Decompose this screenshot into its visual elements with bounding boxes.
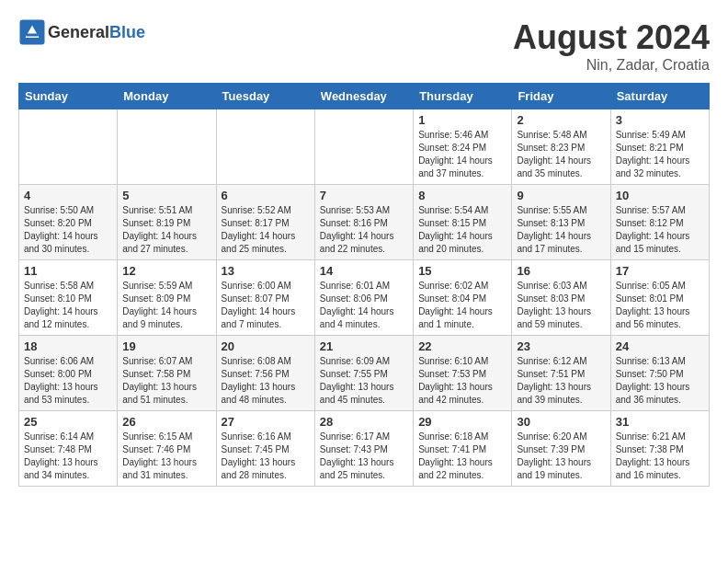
- calendar-cell: [118, 109, 216, 185]
- day-info: Sunrise: 5:49 AM Sunset: 8:21 PM Dayligh…: [616, 129, 704, 180]
- day-info: Sunrise: 6:01 AM Sunset: 8:06 PM Dayligh…: [320, 280, 408, 331]
- title-section: August 2024 Nin, Zadar, Croatia: [513, 18, 710, 74]
- day-info: Sunrise: 6:02 AM Sunset: 8:04 PM Dayligh…: [418, 280, 506, 331]
- page-header: GeneralBlue August 2024 Nin, Zadar, Croa…: [18, 18, 710, 74]
- day-number: 21: [320, 339, 408, 353]
- day-info: Sunrise: 5:59 AM Sunset: 8:09 PM Dayligh…: [122, 280, 210, 331]
- calendar-week-2: 4Sunrise: 5:50 AM Sunset: 8:20 PM Daylig…: [19, 185, 710, 260]
- day-info: Sunrise: 6:08 AM Sunset: 7:56 PM Dayligh…: [222, 355, 310, 407]
- day-number: 28: [320, 415, 408, 429]
- day-number: 25: [24, 415, 112, 429]
- logo: GeneralBlue: [18, 18, 145, 46]
- day-info: Sunrise: 6:10 AM Sunset: 7:53 PM Dayligh…: [418, 355, 506, 407]
- day-number: 24: [616, 339, 704, 353]
- day-number: 15: [418, 264, 506, 278]
- calendar-cell: 16Sunrise: 6:03 AM Sunset: 8:03 PM Dayli…: [512, 260, 610, 336]
- day-number: 27: [222, 415, 310, 429]
- day-number: 17: [616, 264, 704, 278]
- day-number: 7: [320, 189, 408, 202]
- calendar-cell: 22Sunrise: 6:10 AM Sunset: 7:53 PM Dayli…: [414, 336, 512, 411]
- day-number: 3: [616, 113, 704, 127]
- day-number: 13: [222, 264, 310, 278]
- calendar-cell: 30Sunrise: 6:20 AM Sunset: 7:39 PM Dayli…: [512, 411, 610, 487]
- calendar-cell: 11Sunrise: 5:58 AM Sunset: 8:10 PM Dayli…: [19, 260, 118, 336]
- day-info: Sunrise: 6:03 AM Sunset: 8:03 PM Dayligh…: [517, 280, 605, 331]
- calendar-header-row: SundayMondayTuesdayWednesdayThursdayFrid…: [19, 84, 710, 109]
- day-info: Sunrise: 5:53 AM Sunset: 8:16 PM Dayligh…: [320, 204, 408, 256]
- calendar-cell: [19, 109, 118, 185]
- day-info: Sunrise: 6:12 AM Sunset: 7:51 PM Dayligh…: [517, 355, 605, 407]
- month-year-title: August 2024: [513, 18, 710, 57]
- day-info: Sunrise: 5:51 AM Sunset: 8:19 PM Dayligh…: [122, 204, 210, 256]
- calendar-cell: 4Sunrise: 5:50 AM Sunset: 8:20 PM Daylig…: [19, 185, 118, 260]
- day-info: Sunrise: 5:46 AM Sunset: 8:24 PM Dayligh…: [418, 129, 506, 180]
- day-number: 2: [517, 113, 605, 127]
- calendar-cell: 31Sunrise: 6:21 AM Sunset: 7:38 PM Dayli…: [610, 411, 709, 487]
- calendar-cell: [314, 109, 413, 185]
- day-number: 1: [418, 113, 506, 127]
- day-number: 26: [122, 415, 210, 429]
- day-info: Sunrise: 5:54 AM Sunset: 8:15 PM Dayligh…: [418, 204, 506, 256]
- day-info: Sunrise: 6:18 AM Sunset: 7:41 PM Dayligh…: [418, 431, 506, 482]
- day-header-sunday: Sunday: [19, 84, 118, 109]
- calendar-week-1: 1Sunrise: 5:46 AM Sunset: 8:24 PM Daylig…: [19, 109, 710, 185]
- day-header-saturday: Saturday: [610, 84, 709, 109]
- day-number: 19: [122, 339, 210, 353]
- day-number: 12: [122, 264, 210, 278]
- day-header-tuesday: Tuesday: [216, 84, 314, 109]
- calendar-cell: 19Sunrise: 6:07 AM Sunset: 7:58 PM Dayli…: [118, 336, 216, 411]
- day-number: 16: [517, 264, 605, 278]
- day-number: 9: [517, 189, 605, 202]
- calendar-week-5: 25Sunrise: 6:14 AM Sunset: 7:48 PM Dayli…: [19, 411, 710, 487]
- day-header-monday: Monday: [118, 84, 216, 109]
- calendar-cell: 9Sunrise: 5:55 AM Sunset: 8:13 PM Daylig…: [512, 185, 610, 260]
- calendar-cell: 2Sunrise: 5:48 AM Sunset: 8:23 PM Daylig…: [512, 109, 610, 185]
- day-info: Sunrise: 6:21 AM Sunset: 7:38 PM Dayligh…: [616, 431, 704, 482]
- day-header-friday: Friday: [512, 84, 610, 109]
- calendar-cell: 17Sunrise: 6:05 AM Sunset: 8:01 PM Dayli…: [610, 260, 709, 336]
- calendar-cell: 10Sunrise: 5:57 AM Sunset: 8:12 PM Dayli…: [610, 185, 709, 260]
- calendar-cell: 18Sunrise: 6:06 AM Sunset: 8:00 PM Dayli…: [19, 336, 118, 411]
- day-info: Sunrise: 6:06 AM Sunset: 8:00 PM Dayligh…: [24, 355, 112, 407]
- calendar-cell: 25Sunrise: 6:14 AM Sunset: 7:48 PM Dayli…: [19, 411, 118, 487]
- calendar-cell: 23Sunrise: 6:12 AM Sunset: 7:51 PM Dayli…: [512, 336, 610, 411]
- day-info: Sunrise: 6:09 AM Sunset: 7:55 PM Dayligh…: [320, 355, 408, 407]
- calendar-cell: 29Sunrise: 6:18 AM Sunset: 7:41 PM Dayli…: [414, 411, 512, 487]
- calendar-cell: 5Sunrise: 5:51 AM Sunset: 8:19 PM Daylig…: [118, 185, 216, 260]
- day-number: 22: [418, 339, 506, 353]
- day-info: Sunrise: 5:48 AM Sunset: 8:23 PM Dayligh…: [517, 129, 605, 180]
- day-number: 10: [616, 189, 704, 202]
- day-header-thursday: Thursday: [414, 84, 512, 109]
- day-info: Sunrise: 6:15 AM Sunset: 7:46 PM Dayligh…: [122, 431, 210, 482]
- day-info: Sunrise: 6:17 AM Sunset: 7:43 PM Dayligh…: [320, 431, 408, 482]
- logo-icon: [18, 18, 46, 46]
- calendar-cell: 24Sunrise: 6:13 AM Sunset: 7:50 PM Dayli…: [610, 336, 709, 411]
- calendar-cell: 13Sunrise: 6:00 AM Sunset: 8:07 PM Dayli…: [216, 260, 314, 336]
- calendar-cell: 27Sunrise: 6:16 AM Sunset: 7:45 PM Dayli…: [216, 411, 314, 487]
- day-number: 5: [122, 189, 210, 202]
- day-number: 4: [24, 189, 112, 202]
- day-info: Sunrise: 6:07 AM Sunset: 7:58 PM Dayligh…: [122, 355, 210, 407]
- calendar-cell: 14Sunrise: 6:01 AM Sunset: 8:06 PM Dayli…: [314, 260, 413, 336]
- calendar-table: SundayMondayTuesdayWednesdayThursdayFrid…: [18, 83, 710, 487]
- calendar-cell: 15Sunrise: 6:02 AM Sunset: 8:04 PM Dayli…: [414, 260, 512, 336]
- calendar-cell: 3Sunrise: 5:49 AM Sunset: 8:21 PM Daylig…: [610, 109, 709, 185]
- day-info: Sunrise: 5:52 AM Sunset: 8:17 PM Dayligh…: [222, 204, 310, 256]
- logo-general: General: [48, 23, 109, 41]
- day-number: 29: [418, 415, 506, 429]
- day-number: 11: [24, 264, 112, 278]
- day-number: 18: [24, 339, 112, 353]
- calendar-cell: 12Sunrise: 5:59 AM Sunset: 8:09 PM Dayli…: [118, 260, 216, 336]
- day-number: 20: [222, 339, 310, 353]
- day-info: Sunrise: 6:13 AM Sunset: 7:50 PM Dayligh…: [616, 355, 704, 407]
- day-header-wednesday: Wednesday: [314, 84, 413, 109]
- calendar-cell: [216, 109, 314, 185]
- day-number: 14: [320, 264, 408, 278]
- day-number: 31: [616, 415, 704, 429]
- day-number: 6: [222, 189, 310, 202]
- day-number: 30: [517, 415, 605, 429]
- day-info: Sunrise: 6:16 AM Sunset: 7:45 PM Dayligh…: [222, 431, 310, 482]
- day-info: Sunrise: 6:14 AM Sunset: 7:48 PM Dayligh…: [24, 431, 112, 482]
- calendar-week-4: 18Sunrise: 6:06 AM Sunset: 8:00 PM Dayli…: [19, 336, 710, 411]
- calendar-cell: 20Sunrise: 6:08 AM Sunset: 7:56 PM Dayli…: [216, 336, 314, 411]
